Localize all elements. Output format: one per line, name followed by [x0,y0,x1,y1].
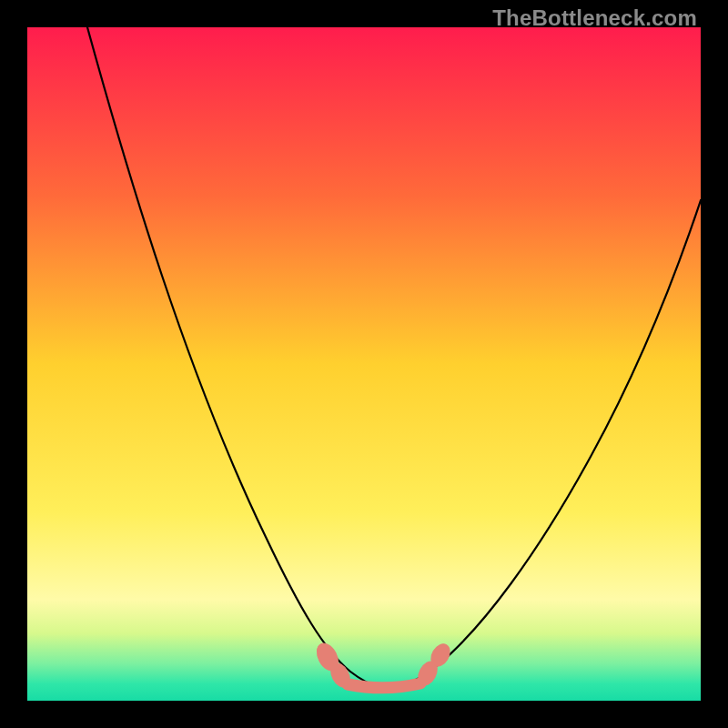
bottleneck-chart [27,27,701,701]
optimal-plateau-marker [348,683,420,688]
watermark-text: TheBottleneck.com [492,5,697,31]
gradient-background [27,27,701,701]
